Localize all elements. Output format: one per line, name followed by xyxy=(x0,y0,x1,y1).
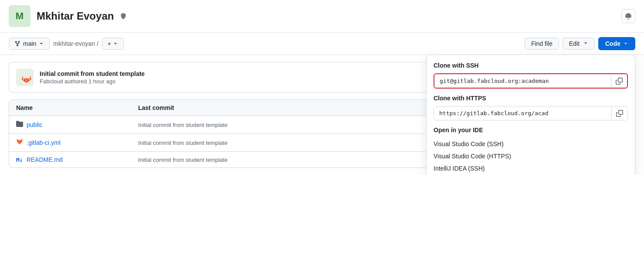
https-clone-row xyxy=(434,106,628,120)
branch-button[interactable]: main xyxy=(9,38,50,50)
top-bar: M Mkhitar Evoyan xyxy=(0,0,644,33)
toolbar-right: Find file Edit Code Clone with SSH xyxy=(525,37,635,50)
file-link-public[interactable]: public xyxy=(27,121,43,128)
add-button[interactable]: + xyxy=(102,38,124,50)
file-link-readme[interactable]: README.md xyxy=(27,156,63,163)
find-file-button[interactable]: Find file xyxy=(525,38,559,50)
svg-rect-0 xyxy=(16,68,34,86)
file-name-gitlab-ci: .gitlab-ci.yml xyxy=(16,138,138,147)
file-name-readme: M↓ README.md xyxy=(16,156,138,163)
user-name: Mkhitar Evoyan xyxy=(37,10,114,22)
https-section: Clone with HTTPS xyxy=(434,95,628,120)
file-name-public: public xyxy=(16,120,138,129)
plus-icon: + xyxy=(108,40,111,47)
ssh-url-input[interactable] xyxy=(434,74,611,88)
top-right xyxy=(621,9,635,23)
toolbar: main mkhitar-evoyan / + Find file Edit C… xyxy=(0,33,644,55)
ide-vscode-https[interactable]: Visual Studio Code (HTTPS) xyxy=(434,150,628,162)
avatar: M xyxy=(9,5,31,27)
code-label: Code xyxy=(605,40,620,47)
folder-icon xyxy=(16,120,23,129)
ssh-copy-container: Copy URI xyxy=(611,75,627,87)
branch-label: main xyxy=(23,40,36,47)
edit-button[interactable]: Edit xyxy=(563,38,595,50)
col-name: Name xyxy=(16,104,138,111)
https-copy-button[interactable] xyxy=(611,107,627,120)
gitlab-icon xyxy=(16,138,23,147)
ide-intellij-ssh[interactable]: IntelliJ IDEA (SSH) xyxy=(434,162,628,174)
edit-label: Edit xyxy=(569,40,580,47)
file-link-gitlab-ci[interactable]: .gitlab-ci.yml xyxy=(27,139,61,146)
https-section-title: Clone with HTTPS xyxy=(434,95,628,102)
path-text: mkhitar-evoyan / xyxy=(53,40,98,47)
https-url-input[interactable] xyxy=(434,106,611,120)
code-button[interactable]: Code xyxy=(598,37,635,50)
commit-avatar-icon xyxy=(16,68,34,86)
ide-section-title: Open in your IDE xyxy=(434,127,628,133)
ssh-copy-button[interactable] xyxy=(611,75,627,87)
clone-dropdown: Clone with SSH Copy URI Clone with HT xyxy=(426,55,635,175)
ssh-clone-row: Copy URI xyxy=(434,73,628,89)
shield-icon xyxy=(120,13,127,20)
ssh-section-title: Clone with SSH xyxy=(434,62,628,69)
bell-icon[interactable] xyxy=(621,9,635,23)
toolbar-left: main mkhitar-evoyan / + xyxy=(9,38,124,50)
ide-vscode-ssh[interactable]: Visual Studio Code (SSH) xyxy=(434,138,628,150)
readme-icon: M↓ xyxy=(16,157,23,163)
user-section: M Mkhitar Evoyan xyxy=(9,5,127,27)
